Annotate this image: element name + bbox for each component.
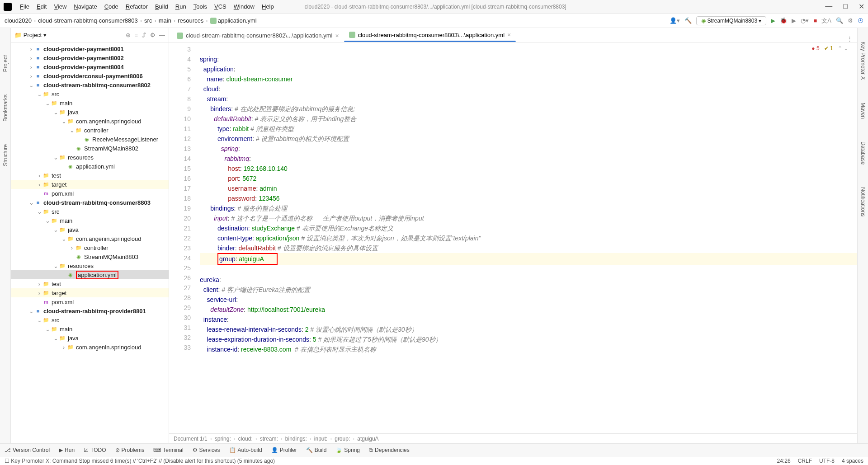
maximize-icon[interactable]: □ bbox=[843, 2, 848, 11]
run-config-selector[interactable]: ◉ StreamMQMain8803 ▾ bbox=[696, 16, 766, 25]
settings-icon[interactable]: ⚙ bbox=[848, 17, 853, 24]
editor-crumb[interactable]: spring: bbox=[215, 436, 231, 442]
editor-crumb[interactable]: bindings: bbox=[285, 436, 307, 442]
tree-node[interactable]: ⌄📁src bbox=[11, 89, 169, 99]
run-icon[interactable]: ▶ bbox=[771, 17, 775, 24]
tree-node[interactable]: ⌄📁controller bbox=[11, 126, 169, 135]
editor-crumb[interactable]: group: bbox=[335, 436, 350, 442]
toolwin-profiler[interactable]: 👤Profiler bbox=[271, 447, 297, 453]
stop-icon[interactable]: ■ bbox=[813, 17, 817, 24]
tree-node[interactable]: ›📁target bbox=[11, 180, 169, 189]
toolwin-problems[interactable]: ⊘Problems bbox=[115, 447, 145, 453]
tree-node[interactable]: ⌄📁java bbox=[11, 333, 169, 343]
menu-help[interactable]: Help bbox=[258, 3, 278, 10]
editor-crumb[interactable]: Document 1/1 bbox=[174, 436, 208, 442]
left-tab-bookmarks[interactable]: Bookmarks bbox=[2, 94, 9, 122]
editor-tab[interactable]: cloud-stream-rabbitmq-consumer8803\...\a… bbox=[344, 28, 516, 42]
crumb[interactable]: main bbox=[159, 17, 171, 24]
tree-node[interactable]: ⌄📁java bbox=[11, 225, 169, 234]
profile-icon[interactable]: ◔▾ bbox=[801, 17, 809, 24]
tree-node[interactable]: ›📁controller bbox=[11, 243, 169, 252]
tabs-more-icon[interactable]: ⋮ bbox=[842, 35, 857, 42]
tree-node[interactable]: ⌄📁resources bbox=[11, 261, 169, 270]
code-editor[interactable]: spring: application: name: cloud-stream-… bbox=[196, 42, 857, 433]
expand-icon[interactable]: ≡ bbox=[134, 32, 138, 38]
tree-node[interactable]: ›■cloud-provider-payment8004 bbox=[11, 62, 169, 71]
right-tab[interactable]: Notifications bbox=[860, 187, 866, 216]
tree-node[interactable]: ›📁test bbox=[11, 279, 169, 288]
editor-crumb[interactable]: input: bbox=[314, 436, 327, 442]
menu-build[interactable]: Build bbox=[151, 3, 172, 10]
tree-node[interactable]: mpom.xml bbox=[11, 297, 169, 306]
right-tab[interactable]: Maven bbox=[860, 103, 866, 119]
tree-node[interactable]: ⌄📁main bbox=[11, 99, 169, 108]
tree-node[interactable]: ⌄📁src bbox=[11, 315, 169, 324]
account-icon[interactable]: 👤▾ bbox=[670, 17, 680, 24]
crumb[interactable]: cloud2020 bbox=[5, 17, 32, 24]
tree-node[interactable]: ◉ReceiveMessageListener bbox=[11, 135, 169, 144]
toolwin-version-control[interactable]: ⎇Version Control bbox=[5, 447, 50, 453]
close-icon[interactable]: ✕ bbox=[859, 2, 864, 11]
tree-node[interactable]: mpom.xml bbox=[11, 189, 169, 198]
toolwin-run[interactable]: ▶Run bbox=[59, 447, 75, 453]
coverage-icon[interactable]: ▶ bbox=[792, 17, 796, 24]
tree-node[interactable]: ›📁com.angenin.springcloud bbox=[11, 343, 169, 352]
crumb[interactable]: cloud-stream-rabbitmq-consumer8803 bbox=[38, 17, 137, 24]
tree-node[interactable]: ◉StreamMQMain8802 bbox=[11, 144, 169, 153]
menu-code[interactable]: Code bbox=[101, 3, 122, 10]
locate-icon[interactable]: ⊕ bbox=[126, 32, 131, 38]
problems-badge[interactable]: ● 5 ✔ 1 ⌃ ⌄ bbox=[811, 45, 848, 52]
menu-edit[interactable]: Edit bbox=[33, 3, 50, 10]
toolwin-terminal[interactable]: ⌨Terminal bbox=[153, 447, 183, 453]
tree-node[interactable]: ◉StreamMQMain8803 bbox=[11, 252, 169, 261]
toolwin-services[interactable]: ⚙Services bbox=[193, 447, 220, 453]
tree-node[interactable]: ⌄■cloud-stream-rabbitmq-consumer8802 bbox=[11, 80, 169, 89]
tree-node[interactable]: ⌄■cloud-stream-rabbitmq-provider8801 bbox=[11, 306, 169, 315]
build-icon[interactable]: 🔨 bbox=[684, 17, 692, 24]
settings-icon[interactable]: ⚙ bbox=[150, 32, 156, 38]
left-tab-project[interactable]: Project bbox=[2, 55, 9, 72]
status-item[interactable]: 24:26 bbox=[777, 458, 791, 464]
right-tab[interactable]: Key Promoter X bbox=[860, 42, 866, 80]
left-tab-structure[interactable]: Structure bbox=[2, 144, 9, 166]
tree-node[interactable]: ⌄📁com.angenin.springcloud bbox=[11, 234, 169, 243]
tree-node[interactable]: ›■cloud-provider-payment8002 bbox=[11, 53, 169, 62]
tree-node[interactable]: ⌄📁java bbox=[11, 108, 169, 117]
project-tree[interactable]: ›■cloud-provider-payment8001›■cloud-prov… bbox=[11, 42, 169, 443]
translate-icon[interactable]: 文A bbox=[821, 17, 831, 25]
status-item[interactable]: 4 spaces bbox=[842, 458, 863, 464]
editor-crumb[interactable]: cloud: bbox=[238, 436, 253, 442]
minimize-icon[interactable]: — bbox=[825, 2, 832, 11]
menu-run[interactable]: Run bbox=[172, 3, 190, 10]
search-icon[interactable]: 🔍 bbox=[836, 17, 843, 24]
menu-vcs[interactable]: VCS bbox=[211, 3, 230, 10]
status-item[interactable]: CRLF bbox=[798, 458, 812, 464]
hide-icon[interactable]: — bbox=[159, 32, 165, 38]
menu-refactor[interactable]: Refactor bbox=[122, 3, 151, 10]
tree-node[interactable]: ⌄📁resources bbox=[11, 153, 169, 162]
tree-node[interactable]: ⌄📁src bbox=[11, 207, 169, 216]
toolwin-spring[interactable]: 🍃Spring bbox=[335, 447, 360, 453]
tree-node[interactable]: ⌄📁com.angenin.springcloud bbox=[11, 117, 169, 126]
menu-window[interactable]: Window bbox=[230, 3, 258, 10]
debug-icon[interactable]: 🐞 bbox=[780, 17, 787, 24]
menu-navigate[interactable]: Navigate bbox=[70, 3, 100, 10]
close-tab-icon[interactable]: × bbox=[507, 31, 511, 38]
toolwin-todo[interactable]: ☑TODO bbox=[84, 447, 106, 453]
tree-node[interactable]: ›📁target bbox=[11, 288, 169, 297]
toolwin-auto-build[interactable]: 📋Auto-build bbox=[229, 447, 262, 453]
toolwin-dependencies[interactable]: ⧉Dependencies bbox=[369, 447, 410, 453]
menu-tools[interactable]: Tools bbox=[190, 3, 211, 10]
codewithme-icon[interactable]: ⦿ bbox=[858, 17, 863, 24]
tree-node[interactable]: ⌄📁main bbox=[11, 324, 169, 333]
right-tab[interactable]: Database bbox=[860, 141, 866, 164]
tree-node[interactable]: ›■cloud-provider-payment8001 bbox=[11, 44, 169, 53]
collapse-icon[interactable]: ⇵ bbox=[142, 32, 146, 38]
crumb[interactable]: src bbox=[144, 17, 152, 24]
menu-view[interactable]: View bbox=[50, 3, 70, 10]
editor-crumb[interactable]: atguiguA bbox=[357, 436, 378, 442]
crumb[interactable]: resources bbox=[178, 17, 203, 24]
status-item[interactable]: UTF-8 bbox=[819, 458, 835, 464]
crumb[interactable]: application.yml bbox=[210, 17, 257, 24]
editor-crumb[interactable]: stream: bbox=[260, 436, 278, 442]
